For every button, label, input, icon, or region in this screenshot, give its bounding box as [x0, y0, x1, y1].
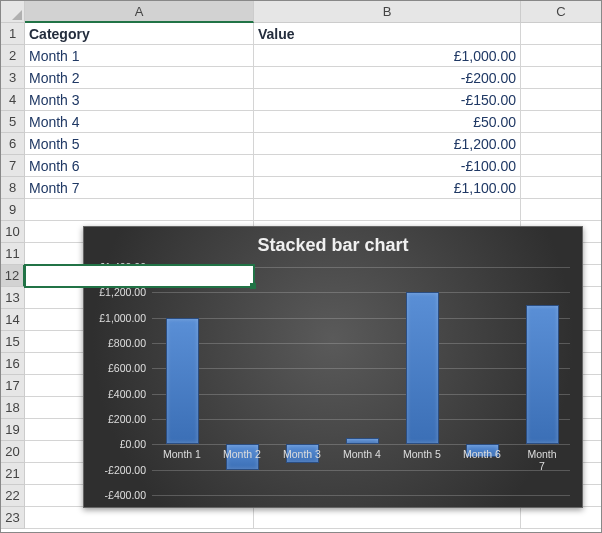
- row-header-7[interactable]: 7: [1, 155, 25, 177]
- cell-A3[interactable]: Month 2: [25, 67, 254, 89]
- cell-A23[interactable]: [25, 507, 254, 529]
- cell-B2[interactable]: £1,000.00: [254, 45, 521, 67]
- cell-C2[interactable]: [521, 45, 602, 67]
- x-tick-label: Month 2: [223, 448, 261, 460]
- row-header-12[interactable]: 12: [1, 265, 25, 287]
- gridline: [152, 343, 570, 344]
- x-tick-label: Month 3: [283, 448, 321, 460]
- gridline: [152, 318, 570, 319]
- row-header-17[interactable]: 17: [1, 375, 25, 397]
- cell-A5[interactable]: Month 4: [25, 111, 254, 133]
- cell-B9[interactable]: [254, 199, 521, 221]
- cell-A8[interactable]: Month 7: [25, 177, 254, 199]
- gridline: [152, 495, 570, 496]
- row-header-6[interactable]: 6: [1, 133, 25, 155]
- bar-month-5: [406, 292, 439, 444]
- cell-B3[interactable]: -£200.00: [254, 67, 521, 89]
- row-header-9[interactable]: 9: [1, 199, 25, 221]
- row-header-14[interactable]: 14: [1, 309, 25, 331]
- cell-C23[interactable]: [521, 507, 602, 529]
- row-header-8[interactable]: 8: [1, 177, 25, 199]
- cell-B23[interactable]: [254, 507, 521, 529]
- cell-B6[interactable]: £1,200.00: [254, 133, 521, 155]
- gridline: [152, 368, 570, 369]
- cell-C4[interactable]: [521, 89, 602, 111]
- row-header-23[interactable]: 23: [1, 507, 25, 529]
- cell-C6[interactable]: [521, 133, 602, 155]
- y-tick-label: £1,200.00: [90, 286, 146, 298]
- x-tick-label: Month 4: [343, 448, 381, 460]
- gridline: [152, 419, 570, 420]
- row-header-11[interactable]: 11: [1, 243, 25, 265]
- y-tick-label: -£400.00: [90, 489, 146, 501]
- cell-C5[interactable]: [521, 111, 602, 133]
- y-tick-label: £400.00: [90, 388, 146, 400]
- row-header-19[interactable]: 19: [1, 419, 25, 441]
- row-header-10[interactable]: 10: [1, 221, 25, 243]
- row-header-16[interactable]: 16: [1, 353, 25, 375]
- y-tick-label: £800.00: [90, 337, 146, 349]
- cell-A4[interactable]: Month 3: [25, 89, 254, 111]
- gridline: [152, 394, 570, 395]
- cell-B4[interactable]: -£150.00: [254, 89, 521, 111]
- cell-B8[interactable]: £1,100.00: [254, 177, 521, 199]
- bar-month-7: [526, 305, 559, 444]
- row-header-21[interactable]: 21: [1, 463, 25, 485]
- y-tick-label: £600.00: [90, 362, 146, 374]
- cell-B5[interactable]: £50.00: [254, 111, 521, 133]
- cell-A7[interactable]: Month 6: [25, 155, 254, 177]
- cell-C8[interactable]: [521, 177, 602, 199]
- gridline: [152, 470, 570, 471]
- row-header-1[interactable]: 1: [1, 23, 25, 45]
- cell-A2[interactable]: Month 1: [25, 45, 254, 67]
- cell-B1[interactable]: Value: [254, 23, 521, 45]
- cell-C3[interactable]: [521, 67, 602, 89]
- x-tick-label: Month 5: [403, 448, 441, 460]
- cell-C7[interactable]: [521, 155, 602, 177]
- cell-A9[interactable]: [25, 199, 254, 221]
- row-header-4[interactable]: 4: [1, 89, 25, 111]
- bar-month-4: [346, 438, 379, 444]
- cell-C9[interactable]: [521, 199, 602, 221]
- y-tick-label: £200.00: [90, 413, 146, 425]
- y-tick-label: £0.00: [90, 438, 146, 450]
- cell-B7[interactable]: -£100.00: [254, 155, 521, 177]
- y-tick-label: £1,000.00: [90, 312, 146, 324]
- select-all-corner[interactable]: [1, 1, 25, 23]
- gridline: [152, 292, 570, 293]
- row-header-18[interactable]: 18: [1, 397, 25, 419]
- row-header-15[interactable]: 15: [1, 331, 25, 353]
- x-tick-label: Month 7: [527, 448, 556, 472]
- row-header-2[interactable]: 2: [1, 45, 25, 67]
- cell-C1[interactable]: [521, 23, 602, 45]
- y-tick-label: -£200.00: [90, 464, 146, 476]
- row-header-22[interactable]: 22: [1, 485, 25, 507]
- chart-plot-area: -£400.00-£200.00£0.00£200.00£400.00£600.…: [152, 267, 570, 493]
- row-header-13[interactable]: 13: [1, 287, 25, 309]
- cell-A12[interactable]: [25, 265, 254, 287]
- gridline: [152, 444, 570, 445]
- bar-month-1: [166, 318, 199, 445]
- chart-title: Stacked bar chart: [84, 227, 582, 258]
- x-tick-label: Month 6: [463, 448, 501, 460]
- col-header-A[interactable]: A: [25, 1, 254, 23]
- row-header-20[interactable]: 20: [1, 441, 25, 463]
- cell-A6[interactable]: Month 5: [25, 133, 254, 155]
- cell-A1[interactable]: Category: [25, 23, 254, 45]
- row-header-3[interactable]: 3: [1, 67, 25, 89]
- col-header-C[interactable]: C: [521, 1, 602, 23]
- row-header-5[interactable]: 5: [1, 111, 25, 133]
- x-tick-label: Month 1: [163, 448, 201, 460]
- col-header-B[interactable]: B: [254, 1, 521, 23]
